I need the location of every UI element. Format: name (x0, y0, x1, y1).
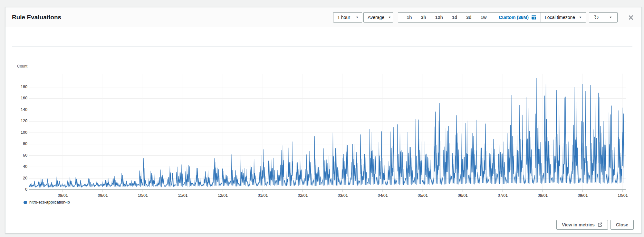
y-axis-tick-label: 20 (11, 176, 27, 180)
quick-ranges: 1h3h12h1d3d1w (398, 13, 486, 22)
y-axis-tick-label: 120 (11, 119, 27, 123)
x-axis-tick-label: 09/01 (93, 193, 112, 198)
y-axis-tick-label: 140 (11, 107, 27, 112)
dialog-header: Rule Evaluations 1 hour ▼ Average ▼ 1h3h… (5, 7, 641, 27)
custom-range-link[interactable]: Custom (36M) (499, 15, 529, 20)
y-axis-tick-label: 60 (11, 153, 27, 158)
x-axis-tick-label: 06/01 (453, 193, 472, 198)
refresh-options-button[interactable]: ▼ (604, 13, 617, 22)
close-icon (628, 15, 634, 20)
chart-controls: 1 hour ▼ Average ▼ 1h3h12h1d3d1w Custom … (333, 12, 635, 23)
x-axis-tick-label: 09/01 (573, 193, 592, 198)
y-axis-tick-label: 40 (11, 164, 27, 169)
x-axis-tick-label: 12/01 (213, 193, 233, 198)
chevron-down-icon: ▼ (609, 16, 612, 19)
quick-range-1d[interactable]: 1d (452, 15, 457, 20)
y-axis-tick-label: 100 (11, 130, 27, 135)
chevron-down-icon: ▼ (388, 16, 391, 19)
quick-range-12h[interactable]: 12h (435, 15, 443, 20)
x-axis-tick-label: 04/01 (373, 193, 392, 198)
dialog-footer: View in metrics Close (5, 216, 641, 233)
page-title: Rule Evaluations (12, 14, 61, 21)
time-range-strip: 1h3h12h1d3d1w Custom (36M) Local timezon… (398, 12, 586, 23)
timezone-dropdown[interactable]: Local timezone ▼ (541, 13, 586, 22)
period-dropdown-value: 1 hour (337, 15, 350, 20)
statistic-dropdown-value: Average (368, 15, 384, 20)
chevron-down-icon: ▼ (356, 16, 359, 19)
x-axis-tick-label: 11/01 (173, 193, 192, 198)
external-link-icon (598, 222, 602, 227)
refresh-split-button: ↻ ▼ (589, 12, 618, 23)
x-axis-tick-label: 05/01 (413, 193, 432, 198)
x-axis-tick-label: 10/01 (133, 193, 152, 198)
x-axis-tick-label: 03/01 (333, 193, 352, 198)
refresh-icon: ↻ (594, 14, 599, 21)
quick-range-3h[interactable]: 3h (421, 15, 426, 20)
quick-range-1w[interactable]: 1w (481, 15, 487, 20)
close-button-label: Close (616, 222, 628, 227)
period-dropdown[interactable]: 1 hour ▼ (333, 12, 362, 23)
view-in-metrics-button[interactable]: View in metrics (556, 220, 608, 230)
rule-evaluations-dialog: Rule Evaluations 1 hour ▼ Average ▼ 1h3h… (5, 7, 642, 233)
x-axis-tick-label: 07/01 (493, 193, 513, 198)
y-axis-title: Count (17, 64, 27, 68)
y-axis-tick-label: 160 (11, 96, 27, 100)
chart-legend: nitro-ecs-application-lb (24, 200, 70, 205)
page: Rule Evaluations 1 hour ▼ Average ▼ 1h3h… (0, 0, 644, 237)
refresh-button[interactable]: ↻ (589, 13, 604, 22)
y-axis-tick-label: 80 (11, 141, 27, 146)
chevron-down-icon: ▼ (579, 16, 582, 19)
rule-evaluations-chart[interactable] (29, 55, 626, 193)
x-axis-tick-label: 01/01 (253, 193, 273, 198)
close-button[interactable]: Close (610, 220, 634, 230)
y-axis-tick-label: 180 (11, 85, 27, 89)
legend-label: nitro-ecs-application-lb (29, 200, 70, 205)
x-axis-tick-label: 08/01 (533, 193, 553, 198)
quick-range-3d[interactable]: 3d (466, 15, 471, 20)
statistic-dropdown[interactable]: Average ▼ (363, 12, 393, 23)
view-in-metrics-label: View in metrics (562, 222, 595, 227)
dialog-close-button[interactable] (627, 13, 635, 22)
quick-range-1h[interactable]: 1h (407, 15, 412, 20)
widget-divider (12, 46, 632, 47)
calendar-icon (531, 15, 536, 20)
legend-swatch (24, 201, 27, 204)
x-axis-tick-label: 08/01 (53, 193, 72, 198)
y-axis-tick-label: 0 (11, 187, 27, 192)
x-axis-tick-label: 10/01 (613, 193, 632, 198)
custom-range-control[interactable]: Custom (36M) (499, 13, 541, 22)
timezone-dropdown-value: Local timezone (545, 15, 575, 20)
x-axis-tick-label: 02/01 (293, 193, 312, 198)
